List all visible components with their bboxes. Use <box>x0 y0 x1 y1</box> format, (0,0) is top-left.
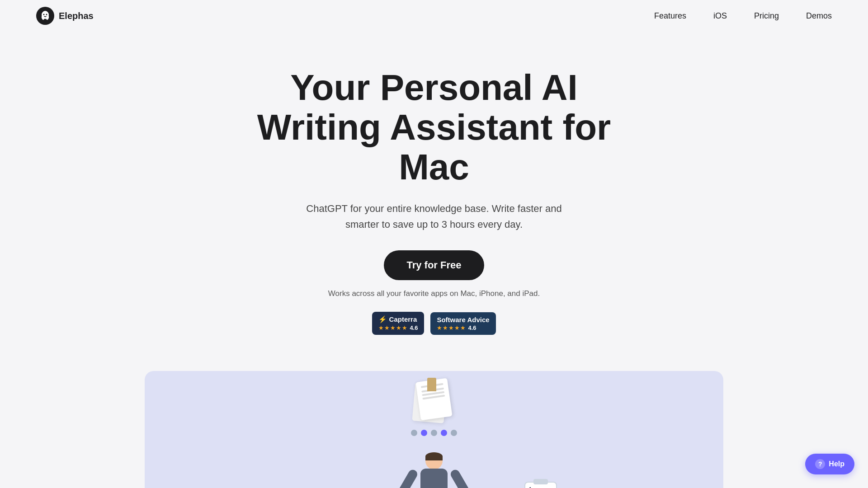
person-arm-left <box>397 468 419 488</box>
clipboard-num-1: 1 <box>529 486 532 488</box>
dot-3 <box>431 430 437 436</box>
nav-features[interactable]: Features <box>654 11 686 21</box>
navbar-links: Features iOS Pricing Demos <box>654 11 832 21</box>
help-button[interactable]: ? Help <box>805 454 854 474</box>
capterra-name: ⚡ Capterra <box>378 315 417 324</box>
person-center <box>407 452 461 488</box>
nav-ios[interactable]: iOS <box>713 11 727 21</box>
capterra-badge-inner: ⚡ Capterra ★★★★★ 4.6 <box>378 315 418 331</box>
dot-4 <box>441 430 447 436</box>
logo-icon <box>36 7 54 25</box>
navbar: Elephas Features iOS Pricing Demos <box>0 0 868 32</box>
clipboard-body: 1 2 <box>524 482 557 488</box>
capterra-rating: 4.6 <box>410 324 418 331</box>
clipboard-hook <box>533 479 548 484</box>
svg-point-3 <box>43 14 45 15</box>
software-advice-rating: 4.6 <box>468 324 476 331</box>
hero-section: Your Personal AI Writing Assistant for M… <box>0 32 868 362</box>
svg-point-4 <box>46 14 47 15</box>
software-advice-badge[interactable]: Software Advice ★★★★★ 4.6 <box>430 312 495 335</box>
floating-document <box>414 380 454 425</box>
software-advice-stars: ★★★★★ <box>437 324 466 331</box>
clipboard-container: 1 2 <box>524 482 561 488</box>
nav-pricing[interactable]: Pricing <box>754 11 779 21</box>
help-icon: ? <box>815 459 825 469</box>
demo-wrapper: 1 <box>0 362 868 488</box>
task-clipboard: 1 2 <box>524 482 561 488</box>
dot-2 <box>421 430 427 436</box>
hero-note: Works across all your favorite apps on M… <box>328 289 540 298</box>
hero-title: Your Personal AI Writing Assistant for M… <box>257 68 611 187</box>
doc-clip <box>427 378 436 391</box>
software-advice-name: Software Advice <box>437 316 489 324</box>
help-label: Help <box>829 460 844 468</box>
software-advice-badge-inner: Software Advice ★★★★★ 4.6 <box>437 316 489 331</box>
people-dots <box>411 430 457 436</box>
person-hair <box>425 452 443 460</box>
hero-subtitle: ChatGPT for your entire knowledge base. … <box>298 201 570 232</box>
demo-section: 1 <box>145 371 723 488</box>
person-figure <box>407 452 461 488</box>
dot-5 <box>451 430 457 436</box>
dot-1 <box>411 430 417 436</box>
cta-button[interactable]: Try for Free <box>384 250 484 280</box>
demo-content: 1 <box>145 371 723 488</box>
person-arm-right <box>449 468 470 488</box>
capterra-badge[interactable]: ⚡ Capterra ★★★★★ 4.6 <box>372 312 424 335</box>
review-badges: ⚡ Capterra ★★★★★ 4.6 Software Advice ★★★… <box>372 312 495 335</box>
capterra-stars: ★★★★★ <box>378 324 408 331</box>
person-body <box>420 469 448 488</box>
logo-link[interactable]: Elephas <box>36 7 94 25</box>
logo-text: Elephas <box>59 11 94 21</box>
nav-demos[interactable]: Demos <box>806 11 832 21</box>
